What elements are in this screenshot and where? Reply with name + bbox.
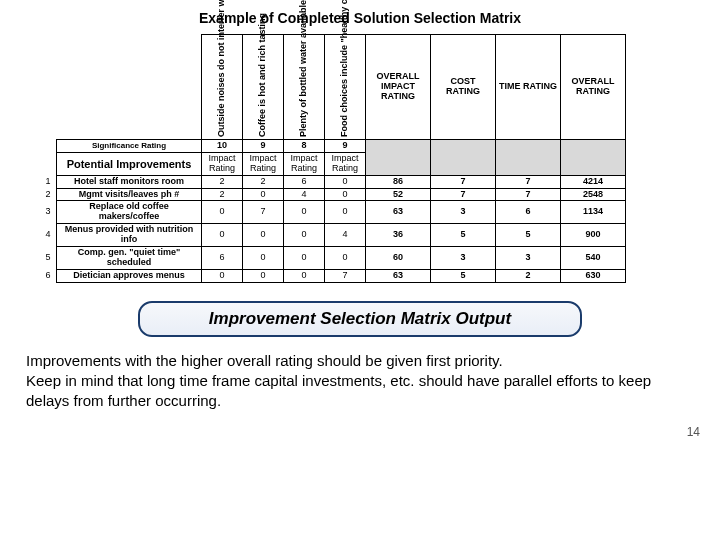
body-text-1: Improvements with the higher overall rat… xyxy=(26,351,694,371)
table-row: 1 Hotel staff monitors room 2260 8677421… xyxy=(40,175,626,188)
sig-val-3: 9 xyxy=(325,140,366,153)
table-row: 3 Replace old coffee makers/coffee 0700 … xyxy=(40,201,626,224)
output-banner: Improvement Selection Matrix Output xyxy=(138,301,582,337)
matrix-container: Outside noises do not interfer with spea… xyxy=(40,34,700,283)
table-row: 6 Dietician approves menus 0007 6352630 xyxy=(40,269,626,282)
criteria-3: Food choices include "healthy choices" xyxy=(340,37,350,137)
sig-val-0: 10 xyxy=(202,140,243,153)
col-time: TIME RATING xyxy=(496,35,561,140)
selection-matrix: Outside noises do not interfer with spea… xyxy=(40,34,626,283)
col-overall: OVERALL RATING xyxy=(561,35,626,140)
potential-label: Potential Improvements xyxy=(57,152,202,175)
table-row: 5 Comp. gen. "quiet time" scheduled 6000… xyxy=(40,247,626,270)
criteria-2: Plenty of bottled water available xyxy=(299,37,309,137)
body-text-2: Keep in mind that long time frame capita… xyxy=(26,371,694,412)
impact-label-0: Impact Rating xyxy=(202,152,243,175)
criteria-1: Coffee is hot and rich tasting xyxy=(258,37,268,137)
sig-val-1: 9 xyxy=(243,140,284,153)
table-row: 4 Menus provided with nutrition info 000… xyxy=(40,224,626,247)
sig-val-2: 8 xyxy=(284,140,325,153)
impact-label-2: Impact Rating xyxy=(284,152,325,175)
impact-label-1: Impact Rating xyxy=(243,152,284,175)
col-overall-impact: OVERALL IMPACT RATING xyxy=(366,35,431,140)
col-cost: COST RATING xyxy=(431,35,496,140)
page-title: Example of Completed Solution Selection … xyxy=(20,10,700,26)
significance-label: Significance Rating xyxy=(57,140,202,153)
criteria-0: Outside noises do not interfer with spea… xyxy=(217,37,227,137)
page-number: 14 xyxy=(20,425,700,439)
table-row: 2 Mgmt visits/leaves ph # 2040 52772548 xyxy=(40,188,626,201)
impact-label-3: Impact Rating xyxy=(325,152,366,175)
